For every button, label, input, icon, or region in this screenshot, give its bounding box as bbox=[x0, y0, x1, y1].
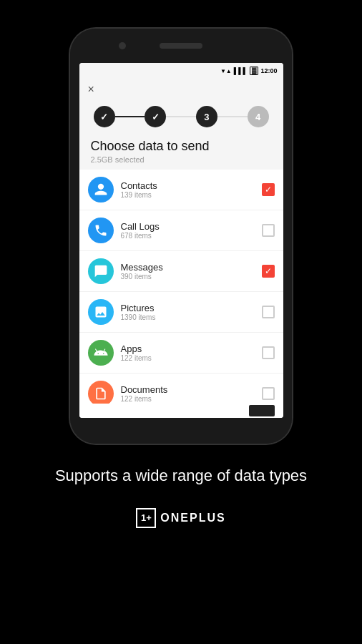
screen-subtitle: 2.5GB selected bbox=[79, 155, 283, 170]
step-3-label: 3 bbox=[204, 112, 209, 122]
contacts-text: Contacts 139 items bbox=[121, 180, 262, 199]
stepper: ✓ ✓ 3 4 bbox=[79, 100, 283, 133]
list-item-calllogs[interactable]: Call Logs 678 items bbox=[79, 210, 283, 251]
documents-name: Documents bbox=[121, 384, 262, 395]
step-2-label: ✓ bbox=[152, 112, 160, 122]
step-4-label: 4 bbox=[255, 112, 260, 122]
data-list[interactable]: Contacts 139 items ✓ Call Logs 678 items bbox=[79, 170, 283, 404]
calllogs-count: 678 items bbox=[121, 232, 262, 240]
pictures-checkbox[interactable] bbox=[262, 306, 275, 318]
contacts-icon bbox=[88, 177, 114, 203]
apps-checkbox[interactable] bbox=[262, 346, 275, 359]
phone-top-bar bbox=[70, 29, 292, 63]
apps-text: Apps 122 items bbox=[121, 343, 262, 362]
messages-count: 390 items bbox=[121, 273, 262, 280]
screen-title: Choose data to send bbox=[79, 133, 283, 155]
step-4: 4 bbox=[248, 106, 269, 127]
list-item-messages[interactable]: Messages 390 items ✓ bbox=[79, 251, 283, 292]
connector-3-4 bbox=[217, 116, 248, 117]
contacts-name: Contacts bbox=[121, 180, 262, 191]
step-1: ✓ bbox=[94, 106, 115, 127]
status-icons: ▼▲ ▌▌▌ ▓ 12:00 bbox=[220, 67, 278, 75]
check-icon-2: ✓ bbox=[265, 267, 272, 275]
pictures-name: Pictures bbox=[121, 303, 262, 313]
apps-count: 122 items bbox=[121, 354, 262, 362]
pictures-count: 1390 items bbox=[121, 313, 262, 321]
documents-text: Documents 122 items bbox=[121, 384, 262, 403]
phone-speaker bbox=[160, 43, 202, 49]
calllogs-text: Call Logs 678 items bbox=[121, 221, 262, 240]
list-item-pictures[interactable]: Pictures 1390 items bbox=[79, 292, 283, 333]
messages-text: Messages 390 items bbox=[121, 262, 262, 280]
pictures-text: Pictures 1390 items bbox=[121, 303, 262, 321]
bottom-bar bbox=[79, 404, 283, 418]
oneplus-brand-name: ONEPLUS bbox=[160, 512, 225, 525]
close-icon: × bbox=[88, 83, 94, 96]
oneplus-logo: 1+ ONEPLUS bbox=[136, 508, 225, 528]
list-item-contacts[interactable]: Contacts 139 items ✓ bbox=[79, 170, 283, 210]
oneplus-icon: 1+ bbox=[136, 508, 156, 528]
list-item-documents[interactable]: Documents 122 items bbox=[79, 374, 283, 404]
status-bar: ▼▲ ▌▌▌ ▓ 12:00 bbox=[79, 63, 283, 79]
messages-name: Messages bbox=[121, 262, 262, 273]
step-2: ✓ bbox=[145, 106, 166, 127]
messages-checkbox[interactable]: ✓ bbox=[262, 265, 275, 278]
check-icon: ✓ bbox=[265, 185, 272, 194]
phone-bottom bbox=[70, 418, 292, 444]
step-1-label: ✓ bbox=[100, 112, 108, 122]
caption: Supports a wide range of data types bbox=[26, 465, 336, 487]
apps-icon bbox=[88, 340, 114, 366]
connector-1-2 bbox=[115, 116, 145, 117]
documents-count: 122 items bbox=[121, 395, 262, 403]
calllogs-checkbox[interactable] bbox=[262, 224, 275, 237]
signal-icon: ▌▌▌ bbox=[234, 67, 248, 74]
pictures-icon bbox=[88, 299, 114, 325]
step-3: 3 bbox=[196, 106, 217, 127]
oneplus-icon-label: 1+ bbox=[141, 513, 152, 522]
documents-checkbox[interactable] bbox=[262, 387, 275, 400]
calllogs-name: Call Logs bbox=[121, 221, 262, 232]
phone-screen: ▼▲ ▌▌▌ ▓ 12:00 × ✓ ✓ 3 4 bbox=[79, 63, 283, 418]
list-item-apps[interactable]: Apps 122 items bbox=[79, 333, 283, 374]
wifi-icon: ▼▲ bbox=[220, 68, 232, 74]
next-button-partial[interactable] bbox=[249, 405, 275, 416]
contacts-checkbox[interactable]: ✓ bbox=[262, 183, 275, 196]
connector-2-3 bbox=[166, 116, 196, 117]
documents-icon bbox=[88, 381, 114, 404]
close-button[interactable]: × bbox=[79, 79, 283, 100]
phone-camera bbox=[119, 42, 126, 49]
time-display: 12:00 bbox=[260, 67, 277, 74]
calllogs-icon bbox=[88, 218, 114, 243]
contacts-count: 139 items bbox=[121, 191, 262, 199]
messages-icon bbox=[88, 258, 114, 284]
apps-name: Apps bbox=[121, 343, 262, 354]
phone-device: ▼▲ ▌▌▌ ▓ 12:00 × ✓ ✓ 3 4 bbox=[70, 29, 292, 444]
battery-icon: ▓ bbox=[250, 67, 259, 75]
